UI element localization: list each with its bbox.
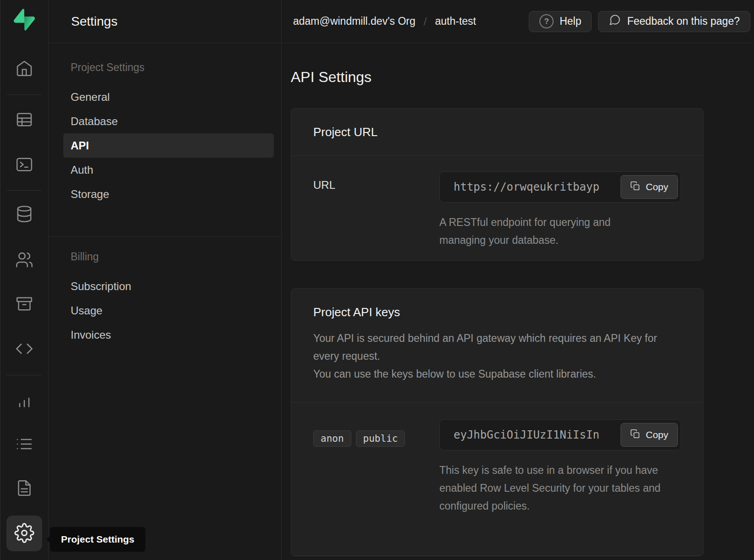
copy-url-button[interactable]: Copy <box>621 175 678 199</box>
feedback-button-label: Feedback on this page? <box>627 15 740 27</box>
feedback-button[interactable]: Feedback on this page? <box>598 11 750 32</box>
rail-item-edge-functions[interactable] <box>13 338 35 360</box>
code-icon <box>15 340 33 359</box>
help-icon: ? <box>539 14 554 28</box>
nav-item-storage[interactable]: Storage <box>63 182 274 206</box>
rail-item-project-settings[interactable] <box>6 516 42 551</box>
nav-item-auth[interactable]: Auth <box>63 158 274 182</box>
nav-item-general[interactable]: General <box>63 85 274 109</box>
settings-nav: Settings Project Settings General Databa… <box>49 0 282 560</box>
help-button[interactable]: ? Help <box>529 11 592 32</box>
main-header: adam@windmill.dev's Org / auth-test ? He… <box>282 0 754 43</box>
copy-anon-key-label: Copy <box>646 429 668 440</box>
section-label-billing: Billing <box>63 251 274 263</box>
anon-key-input[interactable]: eyJhbGciOiJIUzI1NiIsIn Copy <box>439 419 681 450</box>
nav-item-subscription[interactable]: Subscription <box>63 274 274 298</box>
nav-section-divider <box>49 236 281 237</box>
nav-item-usage[interactable]: Usage <box>63 298 274 323</box>
icon-sidebar: Project Settings <box>0 0 49 560</box>
terminal-icon <box>15 155 33 175</box>
supabase-bolt-icon <box>14 9 35 33</box>
users-icon <box>15 251 33 270</box>
key-badges: anon public <box>313 427 439 447</box>
help-button-label: Help <box>560 15 581 27</box>
anon-badge: anon <box>313 430 351 447</box>
breadcrumb-org[interactable]: adam@windmill.dev's Org <box>293 15 416 27</box>
rail-divider <box>7 94 42 95</box>
public-badge: public <box>356 430 405 447</box>
nav-item-database[interactable]: Database <box>63 109 274 133</box>
page-title: API Settings <box>291 68 754 86</box>
breadcrumb: adam@windmill.dev's Org / auth-test <box>293 15 476 28</box>
url-field-label: URL <box>313 171 439 249</box>
rail-item-database[interactable] <box>13 203 35 225</box>
project-url-input[interactable]: https://orwqeukritbayp Copy <box>439 171 681 203</box>
rail-divider <box>7 190 42 191</box>
bar-chart-icon <box>15 391 33 411</box>
rail-item-auth[interactable] <box>13 249 35 271</box>
rail-item-reports[interactable] <box>13 390 35 412</box>
tooltip-label: Project Settings <box>61 534 134 545</box>
rail-item-table-editor[interactable] <box>13 109 35 131</box>
key-row-divider <box>291 555 703 556</box>
project-settings-tooltip: Project Settings <box>50 527 145 552</box>
archive-box-icon <box>15 295 33 314</box>
settings-nav-title: Settings <box>49 0 281 43</box>
breadcrumb-separator: / <box>424 15 427 28</box>
copy-icon <box>630 429 640 441</box>
gear-icon <box>14 523 34 544</box>
project-url-card-title: Project URL <box>313 125 681 139</box>
nav-item-api[interactable]: API <box>63 133 274 158</box>
database-icon <box>15 205 33 225</box>
anon-key-help-text: This key is safe to use in a browser if … <box>439 461 673 515</box>
url-help-text: A RESTful endpoint for querying and mana… <box>439 214 655 249</box>
rail-item-logs[interactable] <box>13 434 35 456</box>
copy-url-label: Copy <box>646 181 668 192</box>
api-settings-page: API Settings Project URL URL https://orw… <box>282 43 754 560</box>
chat-bubble-icon <box>609 14 621 29</box>
rail-item-docs[interactable] <box>13 478 35 500</box>
rail-item-storage[interactable] <box>13 293 35 315</box>
main-area: adam@windmill.dev's Org / auth-test ? He… <box>282 0 754 560</box>
app-window: Project Settings Settings Project Settin… <box>0 0 754 560</box>
supabase-logo[interactable] <box>0 0 48 41</box>
list-icon <box>15 435 33 455</box>
api-keys-description-2: You can use the keys below to use Supaba… <box>313 365 680 383</box>
nav-item-invoices[interactable]: Invoices <box>63 323 274 347</box>
copy-anon-key-button[interactable]: Copy <box>621 423 678 447</box>
project-url-value: https://orwqeukritbayp <box>454 181 599 193</box>
home-icon <box>15 59 33 79</box>
copy-icon <box>630 181 640 193</box>
header-actions: ? Help Feedback on this page? <box>529 11 750 32</box>
project-url-card: Project URL URL https://orwqeukritbayp C… <box>291 108 704 261</box>
rail-divider <box>7 375 42 375</box>
api-keys-card-title: Project API keys <box>313 305 681 319</box>
section-label-project-settings: Project Settings <box>63 61 274 74</box>
project-api-keys-card: Project API keys Your API is secured beh… <box>291 288 704 556</box>
anon-key-value: eyJhbGciOiJIUzI1NiIsIn <box>454 428 599 441</box>
rail-item-home[interactable] <box>13 58 35 80</box>
table-icon <box>15 110 33 130</box>
api-keys-description-1: Your API is secured behind an API gatewa… <box>313 329 680 365</box>
file-text-icon <box>15 479 33 499</box>
rail-item-sql-editor[interactable] <box>13 154 35 176</box>
breadcrumb-project[interactable]: auth-test <box>435 15 476 27</box>
